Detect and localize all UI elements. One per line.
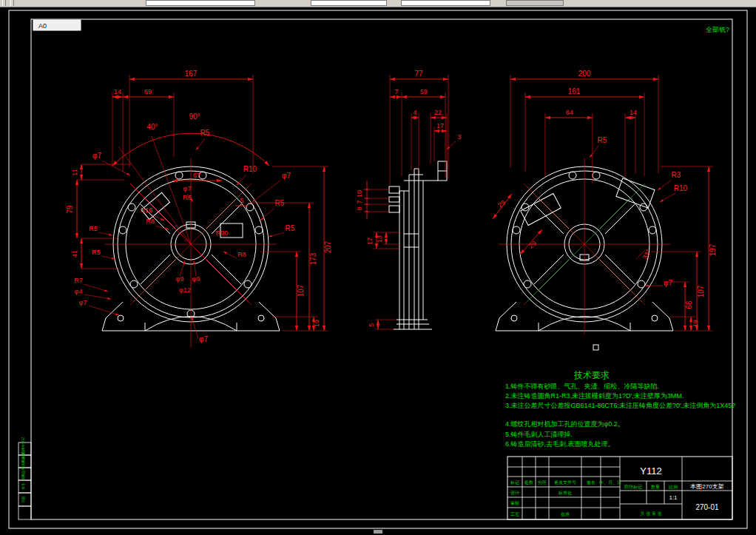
dim-label: R5 (286, 224, 295, 232)
dim-label: R6 (183, 194, 192, 201)
dim-label: 79 (66, 205, 74, 214)
dim-label: R90 (216, 229, 229, 237)
dim-label: R5 (200, 129, 210, 137)
tech-line: 2.未注铸造圆角R1-R3,未注拔模斜度为1?D',未注壁厚为3MM. (505, 392, 684, 400)
toolbar-grip-1[interactable] (2, 0, 6, 6)
dim-label: 5 (240, 197, 243, 204)
dim-label: φ7 (282, 172, 291, 180)
tech-line: 6.铸造后清砂,去毛刺,表面喷丸处理。 (505, 440, 615, 448)
dim-label: 77 (414, 70, 423, 78)
dim-label: 41 (71, 250, 78, 258)
dim-label: 59 (420, 88, 428, 95)
toolbar-field-2[interactable] (311, 0, 387, 6)
cad-window: A0 全部铣? 借(通)用件登记 旧底图总号 底图总号 签字 日期 (0, 0, 756, 535)
dim-label: φ7 (183, 185, 192, 192)
strip-label: 日期 (21, 496, 25, 503)
toolbar (0, 0, 756, 7)
dim-label: 17 (366, 238, 374, 245)
dim-label: 4 (413, 109, 416, 116)
tb-header-sign: 签名 (587, 480, 595, 485)
dim-label: 90° (189, 112, 200, 121)
dim-label: φ9 (176, 275, 184, 283)
dim-label: φ9 (192, 275, 200, 283)
dim-label: 10 (356, 190, 363, 198)
dim-label: 107 (697, 285, 705, 297)
dim-label: 67 (193, 172, 200, 179)
strip-label: 签字 (21, 482, 25, 490)
tb-scale-value: 1:1 (669, 494, 678, 501)
dim-label: R7 (74, 277, 83, 284)
dim-label: 22 (434, 109, 442, 116)
tech-title: 技术要求 (573, 370, 610, 380)
dim-label: φ4 (75, 288, 83, 295)
dim-label: 11 (71, 169, 78, 175)
dim-label: 40° (146, 123, 158, 131)
dim-label: 200 (578, 70, 591, 78)
dim-label: 8 (356, 206, 363, 210)
tb-header-doc: 更改文件号 (554, 480, 576, 485)
tech-line: 3.未注公差尺寸公差按GB6141-86CT6;未注压铸角度公差?0',未注倒角… (505, 402, 735, 409)
tb-model: Y112 (640, 465, 661, 477)
dim-label: φ7 (92, 152, 101, 160)
dim-label: 3 (457, 133, 461, 141)
tb-header-date: 年、月、日 (599, 480, 621, 485)
dim-label: R8 (146, 218, 155, 225)
tb-row-approve: 批准 (561, 512, 570, 517)
dim-label: R10 (243, 165, 257, 173)
dim-label: φ7 (199, 335, 208, 343)
sheet-size-label: A0 (38, 22, 47, 30)
corner-note: 全部铣? (706, 26, 729, 33)
dim-label: R5 (89, 225, 98, 232)
dim-label: 7 (356, 200, 363, 203)
tb-cell-scale: 比例 (669, 485, 678, 490)
dim-label: 197 (709, 243, 717, 256)
bottom-fragment (374, 530, 382, 534)
dim-label: 5 (368, 323, 375, 326)
dim-label: R5 (598, 136, 607, 144)
tb-header-zone: 分区 (538, 480, 547, 485)
dim-label: R5 (275, 199, 285, 207)
toolbar-field-3[interactable] (401, 0, 490, 6)
strip-label: 底图总号 (21, 467, 25, 481)
toolbar-field-4[interactable] (506, 0, 564, 6)
tb-cell-stage: 阶段标记 (624, 484, 642, 490)
tb-header-mark: 标记 (510, 480, 519, 485)
dim-label: 7 (394, 88, 398, 95)
dim-label: 19 (313, 320, 320, 327)
tb-row-process: 工艺 (510, 511, 519, 517)
dim-label: R8 (237, 251, 246, 258)
tech-line: 5.铸件毛刺人工清理掉. (505, 431, 573, 438)
tech-line: 1.铸件不得有砂眼、气孔、夹渣、缩松、冷隔等缺陷. (505, 383, 659, 390)
dim-label: 13 (376, 235, 383, 243)
tb-name: 本图270支架 (689, 483, 723, 490)
canvas-background (0, 0, 756, 535)
dim-label: R16 (141, 206, 153, 214)
dim-label: φ7 (664, 279, 672, 287)
tb-drawing-no: 270-01 (695, 503, 719, 511)
dim-label: 69 (144, 88, 152, 95)
dim-label: 17 (436, 122, 444, 129)
dim-label: 167 (185, 70, 198, 78)
dim-label: φ12 (179, 286, 191, 294)
dim-label: 173 (309, 252, 317, 265)
dim-label: 66 (685, 300, 693, 309)
tb-row-design: 设计 (510, 490, 519, 495)
dim-label: 14 (114, 88, 121, 95)
tb-row-std: 标准化 (558, 491, 572, 496)
drawing-canvas[interactable]: A0 全部铣? 借(通)用件登记 旧底图总号 底图总号 签字 日期 (0, 0, 756, 535)
dim-label: 14 (630, 109, 637, 116)
drawing-svg[interactable]: A0 全部铣? 借(通)用件登记 旧底图总号 底图总号 签字 日期 (0, 0, 756, 535)
toolbar-field-1[interactable] (146, 0, 255, 6)
tech-line: 4.螺纹孔相对机加工孔的位置度为φ0.2。 (505, 420, 624, 428)
tb-cell-qty: 数量 (651, 485, 660, 489)
dim-label: 19 (692, 320, 699, 327)
tb-header-count: 处数 (524, 480, 533, 485)
tb-sheets: 共 张 第 张 (640, 511, 661, 517)
tb-row-check: 审核 (510, 500, 519, 505)
dim-label: 64 (566, 109, 573, 116)
dim-label: φ7 (79, 299, 87, 306)
dim-label: 107 (297, 284, 305, 297)
toolbar-grip-2[interactable] (10, 0, 14, 6)
dim-label: 207 (324, 240, 332, 253)
dim-label: 161 (568, 87, 581, 95)
